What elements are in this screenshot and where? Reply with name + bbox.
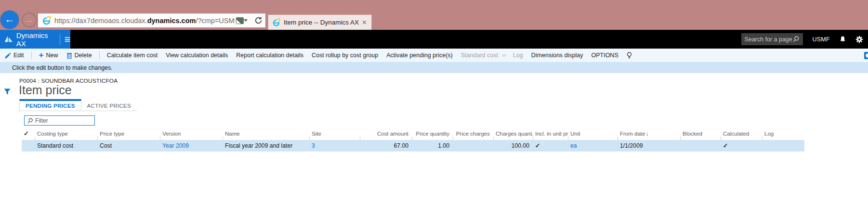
refresh-icon[interactable] bbox=[254, 16, 263, 25]
tab-active-prices[interactable]: ACTIVE PRICES bbox=[81, 99, 137, 111]
cell-price-type[interactable]: Cost bbox=[98, 140, 160, 152]
grid-filter-input[interactable] bbox=[35, 116, 93, 125]
search-icon bbox=[27, 118, 33, 124]
grid-header-row: ✓ Costing type Price type Version Name S… bbox=[22, 128, 804, 140]
col-calculated[interactable]: Calculated bbox=[721, 128, 763, 140]
page-search-input[interactable] bbox=[744, 36, 792, 43]
col-unit[interactable]: Unit bbox=[568, 128, 618, 140]
search-icon bbox=[792, 36, 800, 43]
cell-costing-type[interactable]: Standard cost bbox=[35, 140, 98, 152]
app-title: Dynamics AX bbox=[16, 31, 55, 48]
cell-price-charges[interactable] bbox=[453, 140, 494, 152]
dynamics-logo-icon bbox=[4, 35, 13, 43]
cell-log[interactable] bbox=[763, 140, 804, 152]
divider bbox=[31, 51, 32, 59]
col-site[interactable]: Site bbox=[310, 128, 360, 140]
ie-icon bbox=[42, 16, 51, 25]
app-brand[interactable]: Dynamics AX ≡ bbox=[0, 30, 70, 49]
trash-icon bbox=[66, 52, 72, 59]
col-price-quantity[interactable]: Price quantity bbox=[412, 128, 453, 140]
browser-tab[interactable]: Item price -- Dynamics AX ... × bbox=[268, 14, 372, 30]
col-costing-type[interactable]: Costing type bbox=[35, 128, 98, 140]
cell-site-link[interactable]: 3 bbox=[310, 140, 360, 152]
prices-grid: ✓ Costing type Price type Version Name S… bbox=[22, 128, 804, 152]
cell-name[interactable]: Fiscal year 2009 and later bbox=[223, 140, 310, 152]
page-search-box[interactable] bbox=[741, 33, 803, 45]
dimensions-display-button[interactable]: Dimensions display bbox=[531, 52, 583, 59]
message-text: Click the edit button to make changes. bbox=[12, 64, 112, 71]
filter-funnel-icon[interactable] bbox=[4, 88, 11, 95]
url-text: https://dax7demoaos.cloudax.dynamics.com… bbox=[54, 17, 235, 25]
cell-price-quantity[interactable]: 1.00 bbox=[412, 140, 453, 152]
tab-strip: PENDING PRICES ACTIVE PRICES bbox=[19, 99, 137, 111]
message-bar: Click the edit button to make changes. bbox=[0, 62, 868, 73]
report-calculation-details-button[interactable]: Report calculation details bbox=[236, 52, 303, 59]
cell-blocked[interactable] bbox=[681, 140, 721, 152]
page-thumbnail-icon bbox=[236, 17, 244, 24]
cell-unit-link[interactable]: ea bbox=[568, 140, 618, 152]
hamburger-menu-icon[interactable]: ≡ bbox=[65, 34, 70, 44]
row-select-cell[interactable] bbox=[22, 140, 35, 152]
cost-rollup-by-cost-group-button[interactable]: Cost rollup by cost group bbox=[312, 52, 378, 59]
col-name[interactable]: Name bbox=[223, 128, 310, 140]
cell-from-date[interactable]: 1/1/2009 bbox=[618, 140, 681, 152]
header-right: USMF bbox=[741, 30, 863, 49]
lightbulb-icon[interactable] bbox=[627, 52, 632, 59]
divider bbox=[60, 34, 60, 45]
col-from-date[interactable]: From date↓ bbox=[618, 128, 681, 140]
col-blocked[interactable]: Blocked bbox=[681, 128, 721, 140]
page-title: Item price bbox=[19, 83, 72, 97]
grid-filter-box[interactable] bbox=[24, 115, 95, 126]
cell-incl-in-unit-price-check-icon[interactable]: ✓ bbox=[533, 140, 568, 152]
app-header: Dynamics AX ≡ USMF bbox=[0, 30, 868, 49]
view-calculation-details-button[interactable]: View calculation details bbox=[166, 52, 228, 59]
pencil-icon bbox=[5, 52, 11, 59]
col-charges-quantity[interactable]: Charges quant... bbox=[494, 128, 533, 140]
calculate-item-cost-button[interactable]: Calculate item cost bbox=[107, 52, 158, 59]
browser-chrome: ← → https://dax7demoaos.cloudax.dynamics… bbox=[0, 0, 868, 30]
col-price-charges[interactable]: Price charges bbox=[453, 128, 494, 140]
edit-button[interactable]: Edit bbox=[5, 52, 24, 59]
divider bbox=[99, 51, 100, 59]
forward-icon: → bbox=[26, 16, 33, 24]
back-button[interactable]: ← bbox=[0, 11, 19, 29]
new-button[interactable]: + New bbox=[39, 52, 58, 59]
settings-gear-icon[interactable] bbox=[855, 36, 863, 43]
col-incl-in-unit-price[interactable]: Incl. in unit price bbox=[533, 128, 568, 140]
cell-charges-quantity[interactable]: 100.00 bbox=[494, 140, 533, 152]
sort-descending-icon: ↓ bbox=[645, 130, 648, 137]
tab-pending-prices[interactable]: PENDING PRICES bbox=[19, 99, 81, 111]
grid-row-selected[interactable]: Standard cost Cost Year 2009 Fiscal year… bbox=[22, 140, 804, 152]
log-button: Log bbox=[513, 52, 523, 59]
company-selector[interactable]: USMF bbox=[812, 36, 830, 43]
plus-icon: + bbox=[39, 52, 44, 58]
forward-button[interactable]: → bbox=[22, 13, 37, 27]
notifications-bell-icon[interactable] bbox=[839, 36, 846, 43]
tab-title: Item price -- Dynamics AX ... bbox=[284, 19, 361, 26]
cell-calculated-check-icon[interactable]: ✓ bbox=[721, 140, 763, 152]
chevron-down-icon bbox=[502, 52, 506, 56]
back-icon: ← bbox=[5, 13, 15, 25]
cell-cost-amount[interactable]: 67.00 bbox=[360, 140, 412, 152]
activate-pending-prices-button[interactable]: Activate pending price(s) bbox=[386, 52, 453, 59]
address-bar[interactable]: https://dax7demoaos.cloudax.dynamics.com… bbox=[38, 13, 266, 28]
col-version[interactable]: Version bbox=[160, 128, 223, 140]
select-all-check-icon[interactable]: ✓ bbox=[22, 128, 35, 140]
address-dropdown-icon[interactable] bbox=[244, 19, 248, 22]
cell-version-link[interactable]: Year 2009 bbox=[160, 140, 223, 152]
ie-icon bbox=[272, 18, 280, 26]
options-tab[interactable]: OPTIONS bbox=[591, 52, 618, 59]
close-tab-icon[interactable]: × bbox=[361, 19, 368, 26]
delete-button[interactable]: Delete bbox=[66, 52, 92, 59]
col-price-type[interactable]: Price type bbox=[98, 128, 160, 140]
office-icon bbox=[864, 52, 868, 59]
action-pane: Edit + New Delete Calculate item cost Vi… bbox=[0, 49, 868, 62]
standard-cost-menu-button: Standard cost bbox=[461, 52, 505, 59]
col-cost-amount[interactable]: Cost amount bbox=[360, 128, 412, 140]
col-log[interactable]: Log bbox=[763, 128, 804, 140]
